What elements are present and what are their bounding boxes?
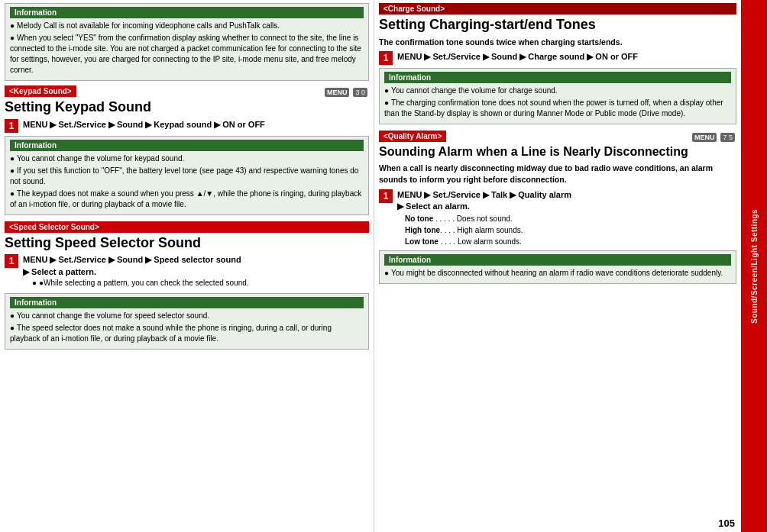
charge-info-box: Information You cannot change the volume…: [379, 68, 736, 124]
quality-info-header: Information: [384, 254, 731, 266]
quality-info-1: You might be disconnected without hearin…: [384, 268, 731, 279]
keypad-info-header: Information: [10, 140, 364, 151]
speed-info-1: You cannot change the volume for speed s…: [10, 311, 364, 321]
keypad-info-box: Information You cannot change the volume…: [5, 136, 369, 215]
quality-menu-numbers: 7 5: [720, 133, 735, 142]
right-column: <Charge Sound> Setting Charging-start/en…: [374, 0, 741, 532]
keypad-sound-section: <Keypad Sound> MENU 3 0 Setting Keypad S…: [5, 85, 369, 215]
main-content: Information Melody Call is not available…: [0, 0, 767, 532]
keypad-step1: 1 MENU ▶ Set./Service ▶ Sound ▶ Keypad s…: [5, 119, 369, 133]
speed-info-box: Information You cannot change the volume…: [5, 293, 369, 350]
keypad-info-1: You cannot change the volume for keypad …: [10, 153, 364, 164]
quality-step-number: 1: [379, 189, 393, 203]
speed-step1-note: ●While selecting a pattern, you can chec…: [32, 278, 249, 289]
keypad-sound-title: Setting Keypad Sound: [5, 99, 369, 116]
charge-info-header: Information: [384, 72, 731, 83]
keypad-info-3: The keypad does not make a sound when yo…: [10, 189, 364, 210]
keypad-step1-text: MENU ▶ Set./Service ▶ Sound ▶ Keypad sou…: [23, 119, 265, 131]
charge-sound-desc: The confirmation tone sounds twice when …: [379, 37, 736, 49]
keypad-sound-tag: <Keypad Sound>: [5, 85, 76, 97]
charge-sound-tag: <Charge Sound>: [379, 3, 736, 15]
top-info-header: Information: [10, 7, 364, 18]
quality-menu-badge: MENU: [692, 133, 717, 142]
charge-step1-text: MENU ▶ Set./Service ▶ Sound ▶ Charge sou…: [397, 51, 638, 63]
quality-alarm-tag: <Quality Alarm>: [379, 131, 446, 142]
quality-step1-text: MENU ▶ Set./Service ▶ Talk ▶ Quality ala…: [397, 189, 571, 201]
keypad-menu-numbers: 3 0: [353, 88, 367, 97]
alarm-options: No tone . . . . . Does not sound. High t…: [405, 213, 571, 247]
quality-step1: 1 MENU ▶ Set./Service ▶ Talk ▶ Quality a…: [379, 189, 736, 247]
quality-alarm-section: <Quality Alarm> MENU 7 5 Sounding Alarm …: [379, 131, 736, 283]
quality-alarm-desc: When a call is nearly disconnecting midw…: [379, 163, 736, 187]
keypad-step-number: 1: [5, 119, 18, 133]
charge-sound-section: <Charge Sound> Setting Charging-start/en…: [379, 3, 736, 124]
top-info-box: Information Melody Call is not available…: [5, 3, 369, 81]
speed-step1-text: MENU ▶ Set./Service ▶ Sound ▶ Speed sele…: [23, 254, 249, 266]
quality-info-box: Information You might be disconnected wi…: [379, 250, 736, 284]
charge-info-1: You cannot change the volume for charge …: [384, 85, 731, 96]
charge-step1: 1 MENU ▶ Set./Service ▶ Sound ▶ Charge s…: [379, 51, 736, 65]
charge-step-number: 1: [379, 51, 393, 65]
charge-sound-title: Setting Charging-start/end Tones: [379, 17, 736, 34]
top-info-item-2: When you select "YES" from the confirmat…: [10, 33, 364, 76]
keypad-menu-badge: MENU: [325, 88, 350, 97]
speed-info-2: The speed selector does not make a sound…: [10, 323, 364, 344]
quality-alarm-title: Sounding Alarm when a Line is Nearly Dis…: [379, 144, 736, 159]
alarm-option-1: No tone . . . . . Does not sound.: [405, 213, 571, 224]
speed-selector-title: Setting Speed Selector Sound: [5, 235, 369, 252]
speed-step1: 1 MENU ▶ Set./Service ▶ Sound ▶ Speed se…: [5, 254, 369, 290]
keypad-info-2: If you set this function to "OFF", the b…: [10, 166, 364, 187]
top-info-item-1: Melody Call is not available for incomin…: [10, 21, 364, 31]
alarm-option-3: Low tone . . . . Low alarm sounds.: [405, 236, 571, 247]
alarm-option-2: High tone. . . . High alarm sounds.: [405, 224, 571, 236]
speed-info-header: Information: [10, 297, 364, 308]
quality-step1-sub: ▶ Select an alarm.: [397, 201, 571, 212]
side-tab: Sound/Screen/Light Settings: [741, 0, 767, 532]
speed-step1-sub: ▶ Select a pattern.: [23, 266, 249, 278]
speed-selector-tag: <Speed Selector Sound>: [5, 221, 369, 233]
speed-selector-section: <Speed Selector Sound> Setting Speed Sel…: [5, 221, 369, 350]
page-number: 105: [718, 517, 735, 529]
speed-step-number: 1: [5, 254, 18, 268]
charge-info-2: The charging confirmation tone does not …: [384, 98, 731, 119]
left-column: Information Melody Call is not available…: [0, 0, 374, 532]
